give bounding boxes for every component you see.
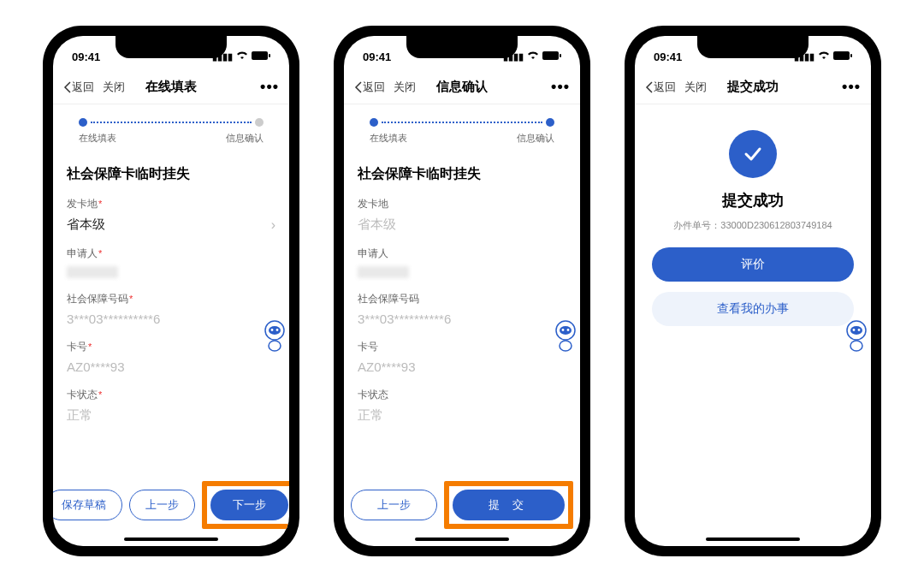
home-indicator[interactable] [124, 538, 218, 541]
ssn-label: 社会保障号码 [67, 293, 133, 305]
wifi-icon [236, 51, 248, 62]
svg-point-10 [560, 326, 572, 335]
home-indicator[interactable] [415, 538, 509, 541]
chevron-left-icon [354, 81, 363, 93]
prev-button[interactable]: 上一步 [351, 490, 437, 520]
svg-point-12 [567, 329, 570, 331]
applicant-label: 申请人 [358, 247, 388, 259]
field-card: 卡号 AZ0****93 [67, 335, 275, 383]
save-draft-button[interactable]: 保存草稿 [53, 490, 122, 520]
status-time: 09:41 [654, 50, 682, 63]
back-button[interactable]: 返回 [354, 80, 385, 95]
field-ssn: 社会保障号码 3***03**********6 [67, 287, 275, 335]
step-label-1: 在线填表 [370, 132, 407, 145]
field-applicant: 申请人 [67, 241, 275, 287]
svg-point-18 [853, 329, 856, 331]
mascot-icon[interactable] [260, 318, 289, 353]
field-card: 卡号 AZ0****93 [358, 335, 566, 383]
wifi-icon [527, 51, 539, 62]
card-value: AZ0****93 [67, 359, 125, 374]
phone-frame-2: 09:41 ▮▮▮▮ 返回 关闭 信息确认 ••• [334, 26, 590, 556]
footer-actions: 保存草稿 上一步 下一步 [53, 471, 289, 546]
rate-button[interactable]: 评价 [652, 247, 854, 282]
next-button[interactable]: 下一步 [210, 490, 288, 520]
page-title: 提交成功 [727, 79, 779, 95]
close-button[interactable]: 关闭 [394, 80, 416, 95]
mascot-icon[interactable] [842, 318, 871, 353]
more-button[interactable]: ••• [842, 78, 861, 96]
view-my-tasks-button[interactable]: 查看我的办事 [652, 292, 854, 326]
ssn-value: 3***03**********6 [67, 312, 160, 326]
chevron-left-icon [63, 81, 72, 93]
home-indicator[interactable] [706, 538, 800, 541]
back-button[interactable]: 返回 [63, 80, 94, 95]
progress-dash [91, 122, 252, 123]
svg-point-11 [562, 329, 565, 331]
svg-rect-7 [542, 51, 559, 60]
more-button[interactable]: ••• [260, 78, 279, 96]
footer-actions: 上一步 提 交 [344, 471, 580, 546]
nav-bar: 返回 关闭 在线填表 ••• [53, 70, 289, 104]
field-ssn: 社会保障号码 3***03**********6 [358, 287, 566, 335]
field-issuer: 发卡地 省本级 [358, 192, 566, 241]
mascot-icon[interactable] [551, 318, 580, 353]
svg-point-19 [858, 329, 861, 331]
prev-button[interactable]: 上一步 [129, 490, 195, 520]
field-status: 卡状态 正常 [67, 383, 275, 432]
success-content: 提交成功 办件单号：33000D230612803749184 评价 查看我的办… [635, 104, 871, 336]
field-applicant: 申请人 [358, 241, 566, 287]
notch [406, 36, 518, 58]
section-title: 社会保障卡临时挂失 [67, 165, 275, 183]
step-dot-1 [79, 118, 87, 127]
wifi-icon [818, 51, 830, 62]
progress-dash [382, 122, 542, 123]
svg-point-3 [269, 326, 281, 335]
confirm-content: 社会保障卡临时挂失 发卡地 省本级 申请人 社会保障号码 3***03*****… [344, 155, 580, 471]
step-dot-2 [255, 118, 264, 127]
status-time: 09:41 [72, 50, 100, 63]
card-value: AZ0****93 [358, 359, 416, 374]
svg-point-17 [850, 326, 862, 335]
submit-button[interactable]: 提 交 [453, 490, 566, 520]
card-label: 卡号 [358, 341, 378, 353]
applicant-value-masked [67, 266, 118, 278]
status-value: 正常 [358, 407, 383, 424]
form-content: 社会保障卡临时挂失 发卡地 省本级 › 申请人 社会保障号码 3***03***… [53, 155, 289, 471]
success-title: 提交成功 [722, 190, 784, 211]
ssn-label: 社会保障号码 [358, 293, 419, 305]
nav-bar: 返回 关闭 提交成功 ••• [635, 70, 871, 104]
issuer-value: 省本级 [358, 217, 396, 233]
status-label: 卡状态 [358, 389, 388, 401]
svg-point-6 [269, 341, 281, 351]
svg-rect-8 [560, 54, 561, 57]
notch [697, 36, 808, 58]
step-dot-2 [546, 118, 554, 127]
status-value: 正常 [67, 407, 92, 424]
step-label-1: 在线填表 [79, 132, 116, 145]
field-status: 卡状态 正常 [358, 383, 566, 432]
progress-steps: 在线填表 信息确认 [53, 104, 289, 155]
close-button[interactable]: 关闭 [684, 80, 707, 95]
field-issuer[interactable]: 发卡地 省本级 › [67, 192, 275, 241]
svg-rect-15 [850, 54, 852, 57]
chevron-right-icon: › [271, 217, 275, 233]
screen-3: 09:41 ▮▮▮▮ 返回 关闭 提交成功 ••• 提交成功 [635, 36, 871, 546]
issuer-value: 省本级 [67, 217, 105, 233]
issuer-label: 发卡地 [358, 198, 388, 210]
highlight-box: 提 交 [444, 481, 574, 529]
close-button[interactable]: 关闭 [103, 80, 125, 95]
phone-frame-1: 09:41 ▮▮▮▮ 返回 关闭 在线填表 ••• [43, 26, 299, 556]
battery-icon [833, 51, 852, 62]
battery-icon [542, 51, 561, 62]
svg-rect-14 [833, 51, 850, 60]
notch [116, 36, 227, 58]
more-button[interactable]: ••• [551, 78, 570, 96]
svg-rect-0 [252, 51, 268, 60]
applicant-value-masked [358, 266, 409, 278]
back-button[interactable]: 返回 [645, 80, 676, 95]
page-title: 信息确认 [436, 79, 488, 95]
card-label: 卡号 [67, 341, 92, 353]
phone-frame-3: 09:41 ▮▮▮▮ 返回 关闭 提交成功 ••• 提交成功 [625, 26, 881, 556]
battery-icon [252, 51, 270, 62]
status-time: 09:41 [363, 50, 391, 63]
